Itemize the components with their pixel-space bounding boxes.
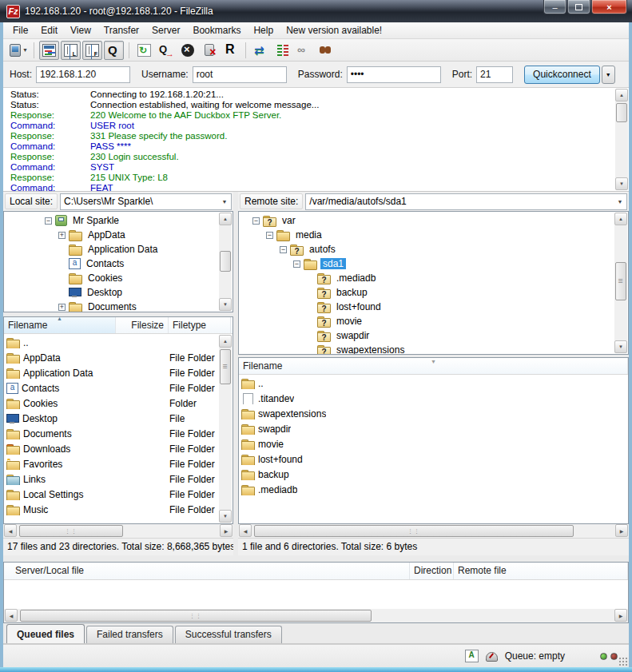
filter-button[interactable] [294, 41, 314, 60]
directory-comparison-button[interactable] [251, 41, 271, 60]
chevron-down-icon[interactable]: ▼ [614, 194, 626, 209]
menu-item-help[interactable]: Help [247, 23, 280, 38]
column-header-filetype[interactable]: Filetype [169, 317, 231, 333]
scroll-left-icon[interactable]: ◀ [239, 524, 252, 537]
file-row-desktop[interactable]: DesktopFile [4, 411, 233, 426]
scroll-thumb[interactable]: ⋮⋮ [20, 610, 372, 622]
local-tree-item-mr-sparkle[interactable]: −Mr Sparkle [4, 213, 233, 228]
queue-column-remote-file[interactable]: Remote file [454, 563, 628, 579]
title-bar[interactable]: Fz 192.168.1.20 - root@192.168.1.20 - Fi… [0, 0, 632, 22]
file-row-appdata[interactable]: AppDataFile Folder [4, 350, 233, 365]
menu-item-file[interactable]: File [6, 23, 34, 38]
minimize-button[interactable]: – [543, 0, 566, 14]
local-site-combobox[interactable]: C:\Users\Mr Sparkle\ ▼ [60, 193, 232, 210]
scroll-thumb[interactable]: ☰ [220, 349, 231, 384]
disconnect-button[interactable] [199, 41, 219, 60]
toggle-queue-button[interactable] [104, 41, 124, 60]
expand-icon[interactable]: + [58, 304, 66, 311]
toggle-local-tree-button[interactable] [61, 41, 81, 60]
remote-tree-vscrollbar[interactable]: ▲ ☰ ▼ [614, 213, 627, 353]
remote-site-combobox[interactable]: /var/media/autofs/sda1 ▼ [305, 193, 627, 210]
file-row-movie[interactable]: movie [239, 436, 628, 451]
scroll-thumb[interactable]: ☰ [615, 262, 626, 300]
local-tree-item-contacts[interactable]: Contacts [4, 256, 233, 271]
file-row-downloads[interactable]: DownloadsFile Folder [4, 441, 233, 456]
remote-tree-item-swapdir[interactable]: swapdir [239, 328, 628, 343]
cancel-button[interactable] [177, 41, 197, 60]
scroll-right-icon[interactable]: ▶ [220, 524, 233, 537]
file-row-swapextensions[interactable]: swapextensions [239, 406, 628, 421]
tab-queued-files[interactable]: Queued files [6, 624, 85, 643]
collapse-icon[interactable]: − [293, 260, 300, 268]
remote-tree-item-media[interactable]: −media [239, 228, 628, 242]
toggle-message-log-button[interactable] [39, 41, 59, 60]
remote-tree-item-backup[interactable]: backup [239, 285, 628, 300]
scroll-up-icon[interactable]: ▲ [614, 213, 627, 225]
password-input[interactable] [347, 66, 441, 83]
transfer-type-icon[interactable] [465, 650, 479, 662]
scroll-thumb[interactable]: ⋮⋮ [254, 525, 574, 536]
queue-column-server-local-file[interactable]: Server/Local file [4, 563, 410, 579]
file-search-button[interactable] [316, 41, 336, 60]
reconnect-button[interactable] [221, 41, 240, 60]
file-row-favorites[interactable]: FavoritesFile Folder [4, 456, 233, 471]
queue-splitter[interactable] [3, 555, 629, 562]
remote-tree-item-swapextensions[interactable]: swapextensions [239, 343, 628, 354]
file-row-cookies[interactable]: CookiesFolder [4, 396, 233, 411]
chevron-down-icon[interactable]: ▼ [218, 194, 231, 209]
scroll-thumb[interactable] [616, 103, 627, 122]
synchronized-browsing-button[interactable] [272, 41, 292, 60]
menu-item-view[interactable]: View [64, 23, 97, 38]
file-row-mediadb[interactable]: .mediadb [239, 482, 628, 497]
refresh-button[interactable] [134, 41, 154, 60]
file-row-backup[interactable]: backup [239, 467, 628, 482]
tab-failed-transfers[interactable]: Failed transfers [86, 626, 173, 643]
local-tree-item-documents[interactable]: +Documents [4, 300, 233, 312]
collapse-icon[interactable]: − [280, 246, 287, 253]
file-row-local-settings[interactable]: Local SettingsFile Folder [4, 487, 233, 502]
speed-limits-icon[interactable] [485, 650, 499, 662]
file-row-titandev[interactable]: .titandev [239, 391, 628, 406]
host-input[interactable] [36, 66, 130, 83]
menu-item-transfer[interactable]: Transfer [97, 23, 145, 38]
local-tree-vscrollbar[interactable]: ▲ ▼ [219, 213, 232, 311]
local-list-vscrollbar[interactable]: ▲ ☰ ▼ [219, 335, 232, 523]
splitter-collapse-icon[interactable]: ▼ [431, 359, 436, 364]
scroll-left-icon[interactable]: ◀ [5, 609, 18, 622]
chevron-down-icon[interactable]: ▼ [22, 47, 28, 53]
file-row-[interactable]: .. [239, 376, 628, 391]
remote-tree-item-mediadb[interactable]: .mediadb [239, 271, 628, 285]
file-row-music[interactable]: MusicFile Folder [4, 502, 233, 517]
file-row-[interactable]: .. [4, 335, 233, 350]
queue-column-direction[interactable]: Direction [410, 563, 454, 579]
resize-grip[interactable] [619, 658, 627, 666]
scroll-down-icon[interactable]: ▼ [614, 340, 627, 353]
scroll-up-icon[interactable]: ▲ [219, 335, 232, 348]
local-tree-item-cookies[interactable]: Cookies [4, 271, 233, 285]
remote-list-hscrollbar[interactable]: ◀ ⋮⋮ ▶ [238, 524, 629, 537]
collapse-icon[interactable]: − [252, 217, 260, 225]
scroll-up-icon[interactable]: ▲ [219, 213, 232, 225]
remote-tree-item-autofs[interactable]: −autofs [239, 242, 628, 256]
file-row-documents[interactable]: DocumentsFile Folder [4, 426, 233, 441]
tab-successful-transfers[interactable]: Successful transfers [175, 626, 282, 643]
queue-hscrollbar[interactable]: ◀ ⋮⋮ ▶ [4, 609, 628, 622]
scroll-right-icon[interactable]: ▶ [615, 524, 628, 537]
scroll-right-icon[interactable]: ▶ [614, 609, 627, 622]
quickconnect-dropdown-button[interactable]: ▼ [602, 66, 615, 84]
menu-item-bookmarks[interactable]: Bookmarks [186, 23, 247, 38]
scroll-down-icon[interactable]: ▼ [219, 298, 232, 311]
remote-tree-item-lost-found[interactable]: lost+found [239, 300, 628, 314]
remote-tree-item-var[interactable]: −var [239, 213, 628, 228]
process-queue-button[interactable] [156, 41, 176, 60]
scroll-thumb[interactable] [220, 251, 231, 272]
file-row-contacts[interactable]: ContactsFile Folder [4, 380, 233, 396]
toggle-remote-tree-button[interactable] [82, 41, 102, 60]
file-row-links[interactable]: LinksFile Folder [4, 471, 233, 487]
remote-tree-item-movie[interactable]: movie [239, 314, 628, 328]
collapse-icon[interactable]: − [45, 217, 52, 225]
quickconnect-button[interactable]: Quickconnect [524, 66, 600, 84]
close-button[interactable]: × [591, 0, 627, 14]
menu-item-new-version-available[interactable]: New version available! [280, 23, 388, 38]
maximize-button[interactable] [567, 0, 590, 14]
